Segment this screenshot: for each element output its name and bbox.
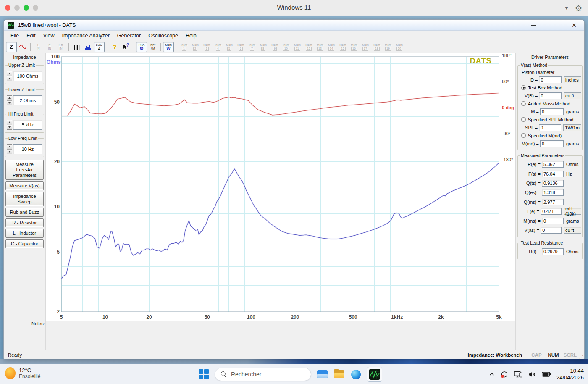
lower-z-limit-value[interactable]: 2 Ohms — [13, 95, 42, 105]
gear-icon[interactable]: ⚙ — [575, 3, 582, 13]
tray-chevron-icon[interactable] — [489, 373, 494, 376]
radio-specified-spl-method[interactable]: Specified SPL Method — [519, 116, 581, 124]
spinner-down[interactable] — [7, 76, 12, 81]
menu-view[interactable]: View — [39, 31, 58, 41]
input-r-t[interactable]: 0.2979 — [542, 248, 564, 255]
menu-help[interactable]: Help — [182, 31, 200, 41]
minimize-button[interactable] — [524, 20, 544, 30]
capacitor-button[interactable]: C - Capacitor — [5, 239, 44, 248]
group-measured-parameters: Measured ParametersR(e) =5.362OhmsF(s) =… — [517, 155, 583, 237]
resize-grip[interactable]: ⋰ — [578, 350, 584, 359]
toolbar-context-help[interactable]: ? — [121, 42, 131, 52]
x-tick-label: 100 — [247, 314, 255, 320]
measure-vas-button[interactable]: Measure V(as) — [5, 181, 44, 190]
radio-icon — [521, 133, 526, 138]
search-placeholder: Rechercher — [231, 371, 261, 378]
cast-display-icon[interactable] — [514, 371, 523, 378]
menu-edit[interactable]: Edit — [23, 31, 39, 41]
input-r-e[interactable]: 5.362 — [542, 161, 564, 168]
menubar: FileEditViewImpedance AnalyzerGeneratorO… — [4, 31, 584, 41]
input-m-md[interactable]: 0 — [540, 140, 564, 147]
spinner-up[interactable] — [7, 96, 12, 100]
spinner-down[interactable] — [7, 125, 12, 130]
edge-browser-icon[interactable] — [350, 369, 362, 380]
volume-icon[interactable] — [528, 371, 536, 378]
toolbar-log-scale[interactable]: LOGZ — [94, 42, 105, 52]
input-f-s[interactable]: 76.04 — [542, 171, 564, 177]
hi-freq-limit-value[interactable]: 5 kHz — [13, 120, 42, 130]
spinner-down[interactable] — [7, 100, 12, 105]
dats-taskbar-icon[interactable] — [367, 367, 382, 382]
file-explorer-icon[interactable] — [317, 369, 328, 380]
spinner-up[interactable] — [7, 71, 12, 76]
taskbar-clock[interactable]: 10:44 24/04/2026 — [556, 368, 584, 381]
menu-oscilloscope[interactable]: Oscilloscope — [144, 31, 182, 41]
input-v-b[interactable]: 0 — [539, 92, 561, 99]
input-v-as[interactable]: 0 — [541, 227, 562, 234]
sync-update-icon[interactable] — [500, 371, 509, 379]
toolbar-separator — [134, 43, 134, 51]
y-tick-label: 100 — [51, 54, 60, 60]
resistor-button[interactable]: R - Resistor — [5, 218, 44, 227]
weather-widget[interactable]: 12°C Ensoleillé — [5, 367, 40, 379]
toolbar-mem-4: Mem4 — [213, 42, 223, 52]
battery-icon[interactable] — [542, 372, 551, 377]
unit-f-s: Hz — [566, 171, 572, 176]
spinner-up[interactable] — [7, 120, 12, 125]
folder-icon[interactable] — [333, 369, 345, 380]
y-tick-label: 10 — [54, 204, 60, 210]
upper-z-limit-value[interactable]: 100 Ohms — [13, 71, 42, 81]
toolbar-phase[interactable]: PHAΦ — [136, 42, 147, 52]
input-l-e[interactable]: 0.471 — [541, 208, 562, 215]
phase-tick-label: 0 deg — [502, 105, 514, 110]
toolbar-sine-generator[interactable] — [17, 42, 28, 52]
input-q-ms[interactable]: 2.977 — [542, 199, 564, 205]
input-q-es[interactable]: 1.318 — [542, 189, 564, 196]
lower-z-limit-group: Lower Z Limit2 Ohms — [5, 89, 44, 108]
hi-freq-limit-spinner[interactable] — [7, 120, 12, 130]
toolbar-mem-6: Mem6 — [235, 42, 246, 52]
y-tick-label: 20 — [54, 159, 60, 165]
unit-l-e: mH (10k) — [564, 208, 581, 215]
unit-m-ms: grams — [566, 218, 579, 224]
close-button[interactable]: × — [564, 20, 584, 30]
low-freq-limit-value[interactable]: 10 Hz — [13, 144, 42, 154]
start-button[interactable] — [198, 369, 209, 380]
spinner-up[interactable] — [7, 145, 12, 149]
radio-specified-m-md[interactable]: Specified M(md) — [519, 132, 581, 139]
impedance-panel-title: - Impedance - — [4, 53, 45, 60]
taskbar-search[interactable]: Rechercher — [215, 368, 311, 381]
lower-z-limit-spinner[interactable] — [7, 95, 12, 105]
upper-z-limit-spinner[interactable] — [7, 71, 12, 81]
rub-and-buzz-button[interactable]: Rub and Buzz — [5, 208, 44, 217]
toolbar-impedance-z[interactable]: Z — [6, 42, 17, 52]
input-m-ms[interactable]: 0 — [542, 218, 564, 224]
notes-label: Notes: — [32, 321, 45, 326]
input-m[interactable]: 0 — [540, 108, 564, 115]
radio-added-mass-method[interactable]: Added Mass Method — [519, 100, 581, 108]
low-freq-limit-spinner[interactable] — [7, 144, 12, 154]
input-q-ts[interactable]: 0.9136 — [542, 180, 564, 187]
input-d[interactable]: 0 — [539, 76, 561, 83]
unit-m-md: grams — [566, 141, 579, 146]
menu-generator[interactable]: Generator — [113, 31, 144, 41]
toolbar-signal-bars[interactable] — [71, 42, 82, 52]
phase-tick-label: -90° — [502, 131, 510, 136]
spinner-down[interactable] — [7, 149, 12, 154]
window-titlebar[interactable]: 15wB lined+wool - DATS × — [4, 20, 584, 31]
toolbar-help[interactable]: ? — [109, 42, 120, 52]
toolbar-memory-write[interactable]: MemW — [163, 42, 174, 52]
toolbar-separator — [160, 43, 161, 51]
inductor-button[interactable]: L - Inductor — [5, 229, 44, 238]
taskbar: 12°C Ensoleillé Rechercher — [0, 364, 588, 384]
input-spl[interactable]: 0 — [539, 124, 561, 131]
menu-impedance-analyzer[interactable]: Impedance Analyzer — [58, 31, 113, 41]
toolbar-spectrum[interactable] — [82, 42, 93, 52]
chevron-down-icon[interactable]: ▼ — [564, 5, 569, 11]
radio-test-box-method[interactable]: Test Box Method — [519, 84, 581, 92]
impedance-sweep-button[interactable]: Impedance Sweep — [5, 192, 44, 206]
toolbar-real-imaginary[interactable]: RE//IM — [147, 42, 158, 52]
maximize-button[interactable] — [544, 20, 564, 30]
menu-file[interactable]: File — [7, 31, 23, 41]
measure-free-air-button[interactable]: Measure Free-Air Parameters — [5, 160, 44, 180]
